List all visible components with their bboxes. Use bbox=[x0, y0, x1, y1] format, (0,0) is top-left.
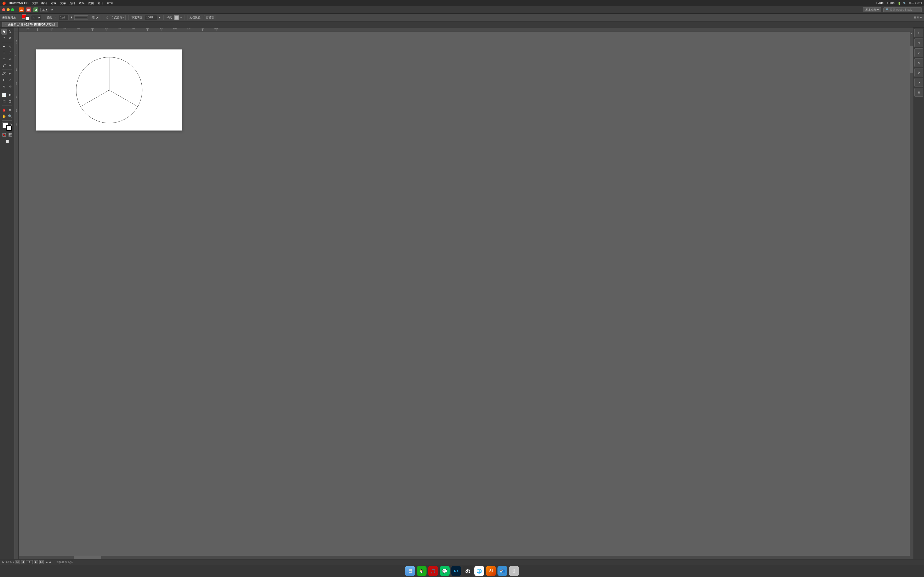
proportion-badge[interactable]: 等比 ▾ bbox=[90, 15, 100, 20]
menubar: 🍎 Illustrator CC 文件 编辑 对象 文字 选择 效果 视图 窗口… bbox=[0, 0, 462, 6]
slice-tools: ⬚ ⊡ bbox=[2, 98, 13, 105]
fill-stroke-selector[interactable] bbox=[22, 14, 29, 21]
main-area: ✦ ⌀ ✒ ∿ T / □ ○ 🖌 ✏ ⌫ ✂ bbox=[0, 27, 462, 288]
slice-tool[interactable]: ⊡ bbox=[7, 98, 13, 105]
menu-help[interactable]: 帮助 bbox=[107, 1, 113, 5]
selection-tool[interactable] bbox=[2, 29, 7, 35]
ruler-left: -100 0 100 200 300 400 500 bbox=[14, 27, 19, 288]
blend-tool[interactable]: ∞ bbox=[7, 107, 13, 113]
opacity-label: 不透明度: bbox=[131, 16, 143, 19]
divider-4 bbox=[128, 15, 129, 20]
workspace-selector[interactable]: □□▾ bbox=[40, 8, 48, 12]
minimize-window-button[interactable] bbox=[6, 8, 10, 11]
tab-main[interactable]: × 未标题-1* @ 66.67% [RGB/GPU 预览] bbox=[2, 22, 58, 27]
menu-view[interactable]: 视图 bbox=[88, 1, 94, 5]
br-icon[interactable]: Br bbox=[26, 7, 31, 12]
eraser-tools: ⌫ ✂ bbox=[2, 71, 13, 77]
menu-select[interactable]: 选择 bbox=[69, 1, 75, 5]
stroke-up-arrow[interactable]: ⬆ bbox=[55, 16, 57, 19]
titlebar: Ai Br St □□▾ ✏ 基本功能 ▾ 🔍 搜索 Adobe Stock bbox=[0, 6, 462, 14]
menu-app-name[interactable]: Illustrator CC bbox=[9, 2, 29, 5]
swap-fill-stroke-icon[interactable]: ⇆ bbox=[10, 122, 12, 125]
direct-selection-tool[interactable] bbox=[7, 29, 13, 35]
canvas-area: -100 0 100 200 300 400 500 600 7 bbox=[14, 27, 462, 288]
curvature-tool[interactable]: ∿ bbox=[7, 44, 13, 50]
tool-divider-2 bbox=[2, 69, 12, 70]
color-mode-tools bbox=[2, 132, 13, 138]
apple-menu[interactable]: 🍎 bbox=[2, 2, 6, 5]
artboard-tool[interactable]: ⬚ bbox=[2, 98, 7, 105]
style-preview[interactable] bbox=[174, 15, 179, 20]
preferences-btn[interactable]: 首选项 bbox=[204, 15, 216, 20]
menu-edit[interactable]: 编辑 bbox=[41, 1, 47, 5]
lasso-tool[interactable]: ⌀ bbox=[7, 35, 13, 41]
stroke-width-input[interactable] bbox=[59, 15, 69, 20]
fullscreen-window-button[interactable] bbox=[11, 8, 14, 11]
tool-divider-5 bbox=[2, 120, 12, 121]
menu-window[interactable]: 窗口 bbox=[97, 1, 103, 5]
pen-tool[interactable]: ✒ bbox=[2, 44, 7, 50]
free-transform-tool[interactable]: ⊹ bbox=[7, 84, 13, 90]
menu-effect[interactable]: 效果 bbox=[79, 1, 85, 5]
eyedropper-tools: 🩸 ∞ bbox=[2, 107, 13, 113]
tab-title: 未标题-1* @ 66.67% [RGB/GPU 预览] bbox=[8, 23, 55, 27]
eyedropper-tool[interactable]: 🩸 bbox=[2, 107, 7, 113]
divider-2 bbox=[44, 15, 44, 20]
stroke-color[interactable] bbox=[25, 16, 29, 21]
symbol-tool[interactable]: ✻ bbox=[7, 92, 13, 98]
fill-stroke-color-selector[interactable]: ⇆ bbox=[2, 122, 12, 131]
app-container: Ai Br St □□▾ ✏ 基本功能 ▾ 🔍 搜索 Adobe Stock 未… bbox=[0, 6, 462, 288]
svg-line-2 bbox=[81, 90, 109, 106]
traffic-lights bbox=[2, 8, 14, 11]
zoom-tool[interactable]: 🔍 bbox=[7, 113, 13, 119]
stroke-down-arrow[interactable]: ⬇ bbox=[70, 16, 73, 19]
screen-mode-btn[interactable]: ⬜ bbox=[1, 138, 13, 144]
close-window-button[interactable] bbox=[2, 8, 5, 11]
line-tool[interactable]: / bbox=[7, 50, 13, 56]
stroke-label: 描边: bbox=[47, 16, 53, 19]
shape-preview-icon bbox=[106, 16, 108, 19]
paintbrush-tool[interactable]: 🖌 bbox=[2, 62, 7, 68]
pencil-tool[interactable]: ✏ bbox=[7, 62, 13, 68]
ellipse-tool[interactable]: ○ bbox=[7, 56, 13, 62]
paint-tools: 🖌 ✏ bbox=[2, 62, 13, 68]
warp-tools: ≋ ⊹ bbox=[2, 84, 13, 90]
style-label: 样式: bbox=[166, 16, 173, 19]
graph-tool[interactable]: 📊 bbox=[2, 92, 7, 98]
rectangle-tool[interactable]: □ bbox=[2, 56, 7, 62]
svg-line-3 bbox=[109, 90, 138, 106]
hand-tool[interactable]: ✋ bbox=[2, 113, 7, 119]
stroke-indicator[interactable] bbox=[6, 125, 12, 131]
scale-tool[interactable]: ⤢ bbox=[7, 77, 13, 83]
divider-6 bbox=[184, 15, 185, 20]
scissors-tool[interactable]: ✂ bbox=[7, 71, 13, 77]
rotate-tool[interactable]: ↻ bbox=[2, 77, 7, 83]
menu-text[interactable]: 文字 bbox=[60, 1, 66, 5]
selection-label: 未选择对象 bbox=[2, 16, 16, 19]
divider-1 bbox=[19, 15, 19, 20]
divider-3 bbox=[103, 15, 103, 20]
magic-wand-tool[interactable]: ✦ bbox=[2, 35, 7, 41]
menu-object[interactable]: 对象 bbox=[51, 1, 57, 5]
stroke-select[interactable]: □ bbox=[31, 15, 41, 20]
tool-divider-1 bbox=[2, 42, 12, 42]
style-dropdown-icon[interactable]: ▾ bbox=[180, 16, 182, 19]
gradient-btn[interactable] bbox=[7, 132, 13, 138]
st-icon[interactable]: St bbox=[33, 7, 38, 12]
stroke-style-preview[interactable] bbox=[74, 15, 88, 20]
type-tool[interactable]: T bbox=[2, 50, 7, 56]
selection-tools bbox=[2, 29, 13, 35]
arrange-icon[interactable]: ✏ bbox=[51, 8, 53, 12]
divider-5 bbox=[163, 15, 164, 20]
tab-close-btn[interactable]: × bbox=[5, 23, 6, 26]
opacity-right-arrow[interactable]: ▶ bbox=[159, 16, 161, 19]
eraser-tool[interactable]: ⌫ bbox=[2, 71, 7, 77]
color-mode-btn[interactable] bbox=[2, 132, 7, 138]
warp-tool[interactable]: ≋ bbox=[2, 84, 7, 90]
opacity-input[interactable] bbox=[145, 15, 157, 20]
transform-tools: ↻ ⤢ bbox=[2, 77, 13, 83]
doc-settings-btn[interactable]: 文档设置 bbox=[187, 15, 202, 20]
shape-type-badge[interactable]: 3 点圆形 ▾ bbox=[110, 15, 126, 20]
ruler-top: -100 0 100 200 300 400 500 600 7 bbox=[19, 27, 462, 32]
menu-file[interactable]: 文件 bbox=[32, 1, 38, 5]
